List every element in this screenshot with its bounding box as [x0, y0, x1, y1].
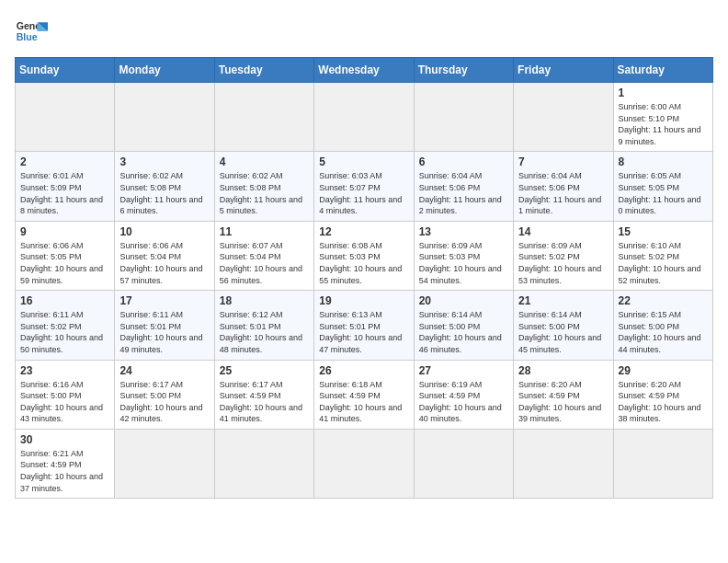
header-friday: Friday	[514, 58, 613, 83]
day-info: Sunrise: 6:17 AM Sunset: 5:00 PM Dayligh…	[119, 379, 209, 425]
day-info: Sunrise: 6:14 AM Sunset: 5:00 PM Dayligh…	[518, 309, 608, 355]
day-info: Sunrise: 6:15 AM Sunset: 5:00 PM Dayligh…	[619, 309, 708, 355]
day-number: 3	[119, 155, 209, 168]
day-number: 23	[20, 364, 109, 377]
day-number: 15	[619, 225, 708, 238]
calendar-cell: 11Sunrise: 6:07 AM Sunset: 5:04 PM Dayli…	[214, 221, 313, 290]
day-number: 19	[319, 294, 408, 307]
calendar-cell: 9Sunrise: 6:06 AM Sunset: 5:05 PM Daylig…	[16, 221, 115, 290]
day-number: 14	[518, 225, 608, 238]
calendar-week-3: 9Sunrise: 6:06 AM Sunset: 5:05 PM Daylig…	[16, 221, 713, 290]
calendar-cell: 8Sunrise: 6:05 AM Sunset: 5:05 PM Daylig…	[613, 152, 712, 221]
day-info: Sunrise: 6:19 AM Sunset: 4:59 PM Dayligh…	[419, 379, 508, 425]
calendar-cell	[214, 83, 313, 152]
calendar-cell: 12Sunrise: 6:08 AM Sunset: 5:03 PM Dayli…	[314, 221, 414, 290]
day-info: Sunrise: 6:09 AM Sunset: 5:03 PM Dayligh…	[419, 240, 508, 286]
day-number: 10	[119, 225, 209, 238]
calendar-cell	[115, 83, 214, 152]
header-tuesday: Tuesday	[214, 58, 313, 83]
calendar-cell	[16, 83, 115, 152]
calendar-cell	[214, 429, 313, 498]
day-info: Sunrise: 6:00 AM Sunset: 5:10 PM Dayligh…	[619, 101, 708, 147]
calendar-week-4: 16Sunrise: 6:11 AM Sunset: 5:02 PM Dayli…	[16, 291, 713, 360]
day-info: Sunrise: 6:18 AM Sunset: 4:59 PM Dayligh…	[319, 379, 408, 425]
day-number: 11	[220, 225, 309, 238]
calendar-cell: 1Sunrise: 6:00 AM Sunset: 5:10 PM Daylig…	[613, 83, 712, 152]
calendar-cell: 22Sunrise: 6:15 AM Sunset: 5:00 PM Dayli…	[613, 291, 712, 360]
day-number: 24	[119, 364, 209, 377]
calendar-cell	[414, 83, 513, 152]
day-info: Sunrise: 6:04 AM Sunset: 5:06 PM Dayligh…	[518, 170, 608, 216]
calendar-cell: 19Sunrise: 6:13 AM Sunset: 5:01 PM Dayli…	[314, 291, 414, 360]
calendar-cell	[514, 83, 613, 152]
day-number: 21	[518, 294, 608, 307]
day-info: Sunrise: 6:10 AM Sunset: 5:02 PM Dayligh…	[619, 240, 708, 286]
day-info: Sunrise: 6:12 AM Sunset: 5:01 PM Dayligh…	[220, 309, 309, 355]
calendar-week-2: 2Sunrise: 6:01 AM Sunset: 5:09 PM Daylig…	[16, 152, 713, 221]
day-number: 20	[419, 294, 508, 307]
calendar-cell: 27Sunrise: 6:19 AM Sunset: 4:59 PM Dayli…	[414, 360, 513, 429]
logo: General Blue	[15, 15, 48, 48]
day-info: Sunrise: 6:03 AM Sunset: 5:07 PM Dayligh…	[319, 170, 408, 216]
day-number: 22	[619, 294, 708, 307]
day-info: Sunrise: 6:13 AM Sunset: 5:01 PM Dayligh…	[319, 309, 408, 355]
day-info: Sunrise: 6:08 AM Sunset: 5:03 PM Dayligh…	[319, 240, 408, 286]
logo-icon: General Blue	[15, 15, 48, 48]
day-info: Sunrise: 6:11 AM Sunset: 5:02 PM Dayligh…	[20, 309, 109, 355]
calendar-cell: 30Sunrise: 6:21 AM Sunset: 4:59 PM Dayli…	[16, 429, 115, 498]
calendar-cell	[314, 83, 414, 152]
day-number: 30	[20, 433, 109, 446]
day-number: 16	[20, 294, 109, 307]
calendar-cell	[613, 429, 712, 498]
calendar-cell	[414, 429, 513, 498]
day-info: Sunrise: 6:04 AM Sunset: 5:06 PM Dayligh…	[419, 170, 508, 216]
day-info: Sunrise: 6:09 AM Sunset: 5:02 PM Dayligh…	[518, 240, 608, 286]
calendar-cell: 13Sunrise: 6:09 AM Sunset: 5:03 PM Dayli…	[414, 221, 513, 290]
calendar-cell	[115, 429, 214, 498]
day-number: 27	[419, 364, 508, 377]
day-number: 29	[619, 364, 708, 377]
calendar-cell: 10Sunrise: 6:06 AM Sunset: 5:04 PM Dayli…	[115, 221, 214, 290]
day-number: 13	[419, 225, 508, 238]
day-info: Sunrise: 6:02 AM Sunset: 5:08 PM Dayligh…	[119, 170, 209, 216]
calendar-cell: 25Sunrise: 6:17 AM Sunset: 4:59 PM Dayli…	[214, 360, 313, 429]
header-sunday: Sunday	[16, 58, 115, 83]
day-info: Sunrise: 6:07 AM Sunset: 5:04 PM Dayligh…	[220, 240, 309, 286]
day-info: Sunrise: 6:17 AM Sunset: 4:59 PM Dayligh…	[220, 379, 309, 425]
calendar-cell: 18Sunrise: 6:12 AM Sunset: 5:01 PM Dayli…	[214, 291, 313, 360]
calendar-cell: 5Sunrise: 6:03 AM Sunset: 5:07 PM Daylig…	[314, 152, 414, 221]
calendar-cell: 15Sunrise: 6:10 AM Sunset: 5:02 PM Dayli…	[613, 221, 712, 290]
day-number: 25	[220, 364, 309, 377]
weekday-header-row: Sunday Monday Tuesday Wednesday Thursday…	[16, 58, 713, 83]
day-number: 1	[619, 86, 708, 99]
day-number: 12	[319, 225, 408, 238]
calendar-cell	[514, 429, 613, 498]
day-number: 26	[319, 364, 408, 377]
calendar-cell: 2Sunrise: 6:01 AM Sunset: 5:09 PM Daylig…	[16, 152, 115, 221]
day-info: Sunrise: 6:14 AM Sunset: 5:00 PM Dayligh…	[419, 309, 508, 355]
day-number: 9	[20, 225, 109, 238]
calendar-cell: 26Sunrise: 6:18 AM Sunset: 4:59 PM Dayli…	[314, 360, 414, 429]
day-number: 7	[518, 155, 608, 168]
calendar-cell: 14Sunrise: 6:09 AM Sunset: 5:02 PM Dayli…	[514, 221, 613, 290]
day-info: Sunrise: 6:11 AM Sunset: 5:01 PM Dayligh…	[119, 309, 209, 355]
day-info: Sunrise: 6:01 AM Sunset: 5:09 PM Dayligh…	[20, 170, 109, 216]
calendar-cell: 20Sunrise: 6:14 AM Sunset: 5:00 PM Dayli…	[414, 291, 513, 360]
day-info: Sunrise: 6:05 AM Sunset: 5:05 PM Dayligh…	[619, 170, 708, 216]
calendar-cell: 17Sunrise: 6:11 AM Sunset: 5:01 PM Dayli…	[115, 291, 214, 360]
day-number: 8	[619, 155, 708, 168]
day-number: 4	[220, 155, 309, 168]
day-number: 17	[119, 294, 209, 307]
day-number: 18	[220, 294, 309, 307]
calendar-cell: 3Sunrise: 6:02 AM Sunset: 5:08 PM Daylig…	[115, 152, 214, 221]
calendar-body: 1Sunrise: 6:00 AM Sunset: 5:10 PM Daylig…	[16, 83, 713, 499]
day-info: Sunrise: 6:20 AM Sunset: 4:59 PM Dayligh…	[518, 379, 608, 425]
day-info: Sunrise: 6:06 AM Sunset: 5:04 PM Dayligh…	[119, 240, 209, 286]
day-info: Sunrise: 6:20 AM Sunset: 4:59 PM Dayligh…	[619, 379, 708, 425]
day-number: 2	[20, 155, 109, 168]
day-info: Sunrise: 6:02 AM Sunset: 5:08 PM Dayligh…	[220, 170, 309, 216]
header: General Blue	[15, 15, 713, 48]
calendar-week-1: 1Sunrise: 6:00 AM Sunset: 5:10 PM Daylig…	[16, 83, 713, 152]
calendar-cell: 16Sunrise: 6:11 AM Sunset: 5:02 PM Dayli…	[16, 291, 115, 360]
calendar-cell: 28Sunrise: 6:20 AM Sunset: 4:59 PM Dayli…	[514, 360, 613, 429]
